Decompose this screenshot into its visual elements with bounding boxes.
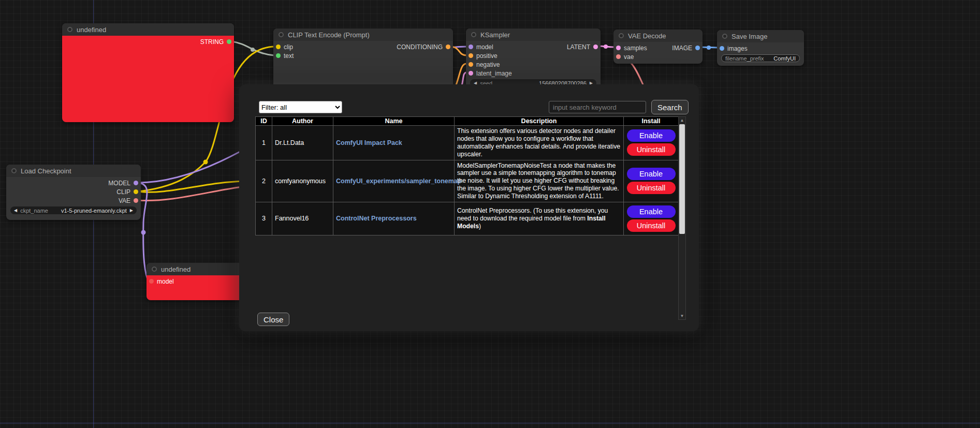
cell-author: comfyanonymous (272, 160, 333, 202)
clip-out-slot-dot[interactable] (134, 189, 138, 194)
model-out-slot-dot[interactable] (134, 181, 138, 185)
latent-slot-dot[interactable] (593, 45, 598, 49)
latent-image-slot-dot[interactable] (469, 71, 473, 76)
clip-slot-dot[interactable] (276, 45, 281, 49)
ckpt-name-label: ckpt_name (20, 208, 48, 214)
extension-link[interactable]: ComfyUI_experiments/sampler_tonemap (336, 178, 461, 185)
collapse-dot-icon[interactable] (67, 27, 72, 32)
cell-install: Enable Uninstall (624, 160, 679, 202)
node-body: samples IMAGE vae (613, 42, 703, 64)
node-load-checkpoint[interactable]: Load Checkpoint MODEL CLIP VAE ◀ ckpt_na… (6, 165, 141, 220)
filter-select[interactable]: Filter: all (259, 101, 342, 113)
close-button[interactable]: Close (257, 313, 289, 326)
search-button[interactable]: Search (651, 100, 689, 114)
image-slot-dot[interactable] (695, 46, 700, 50)
negative-slot-dot[interactable] (469, 62, 473, 67)
filename-prefix-value[interactable]: ComfyUI (773, 55, 796, 62)
extensions-table: ID Author Name Description Install 1 Dr.… (255, 116, 678, 235)
node-title: KSampler (480, 31, 510, 39)
header-install: Install (624, 117, 679, 126)
header-author: Author (272, 117, 333, 126)
input-positive: positive (469, 52, 498, 60)
node-title: Load Checkpoint (21, 167, 71, 175)
input-images: images (720, 45, 748, 52)
cell-name: ComfyUI_experiments/sampler_tonemap (333, 160, 455, 202)
table-header-row: ID Author Name Description Install (256, 117, 679, 126)
output-string: STRING (200, 38, 231, 46)
ckpt-name-value[interactable]: v1-5-pruned-emaonly.ckpt (61, 208, 127, 214)
node-title-bar[interactable]: CLIP Text Encode (Prompt) (273, 28, 453, 41)
output-vae: VAE (119, 197, 138, 204)
node-title: undefined (77, 26, 106, 34)
node-title-bar[interactable]: undefined (62, 23, 234, 36)
input-clip: clip (276, 43, 293, 51)
input-model: model (149, 278, 174, 285)
search-input[interactable] (549, 101, 646, 113)
cell-id: 2 (256, 160, 272, 202)
string-slot-dot[interactable] (227, 39, 231, 44)
ckpt-name-widget[interactable]: ◀ ckpt_name v1-5-pruned-emaonly.ckpt ▶ (10, 206, 137, 214)
model-slot-dot[interactable] (149, 279, 154, 284)
filename-prefix-widget[interactable]: filename_prefix ComfyUI (721, 54, 800, 62)
cell-description: This extension offers various detector n… (455, 126, 624, 160)
collapse-dot-icon[interactable] (471, 32, 476, 37)
model-slot-dot[interactable] (469, 45, 473, 49)
scroll-down-icon[interactable]: ▼ (679, 313, 685, 319)
samples-slot-dot[interactable] (616, 46, 621, 50)
input-latent-image: latent_image (469, 70, 512, 77)
positive-slot-dot[interactable] (469, 53, 473, 58)
enable-button[interactable]: Enable (627, 168, 676, 180)
output-latent: LATENT (567, 43, 598, 51)
cell-author: Fannovel16 (272, 202, 333, 235)
header-description: Description (455, 117, 624, 126)
output-model: MODEL (108, 180, 138, 187)
uninstall-button[interactable]: Uninstall (627, 182, 676, 194)
cell-name: ComfyUI Impact Pack (333, 126, 455, 160)
vae-out-slot-dot[interactable] (134, 198, 138, 203)
extension-link[interactable]: ComfyUI Impact Pack (336, 139, 402, 146)
output-clip: CLIP (116, 188, 138, 196)
table-row: 3 Fannovel16 ControlNet Preprocessors Co… (256, 202, 679, 235)
cell-description: ControlNet Preprocessors. (To use this e… (455, 202, 624, 235)
output-conditioning: CONDITIONING (397, 43, 450, 51)
node-vae-decode[interactable]: VAE Decode samples IMAGE vae (613, 29, 703, 64)
node-body: images filename_prefix ComfyUI (717, 42, 804, 66)
next-arrow-icon[interactable]: ▶ (130, 209, 133, 213)
scrollbar-thumb[interactable] (679, 124, 685, 234)
input-negative: negative (469, 61, 500, 68)
node-undefined-string[interactable]: undefined STRING (62, 23, 234, 122)
images-slot-dot[interactable] (720, 46, 724, 51)
collapse-dot-icon[interactable] (152, 267, 157, 272)
node-title-bar[interactable]: Load Checkpoint (6, 165, 141, 177)
cell-id: 3 (256, 202, 272, 235)
node-title-bar[interactable]: KSampler (466, 28, 601, 41)
enable-button[interactable]: Enable (627, 205, 676, 218)
extension-link[interactable]: ControlNet Preprocessors (336, 215, 417, 222)
enable-button[interactable]: Enable (627, 129, 676, 142)
table-scrollbar[interactable]: ▲ ▼ (678, 116, 686, 320)
node-save-image[interactable]: Save Image images filename_prefix ComfyU… (717, 30, 804, 66)
cell-install: Enable Uninstall (624, 126, 679, 160)
header-name: Name (333, 117, 455, 126)
text-slot-dot[interactable] (276, 53, 281, 58)
uninstall-button[interactable]: Uninstall (627, 219, 676, 232)
uninstall-button[interactable]: Uninstall (627, 143, 676, 156)
node-title: CLIP Text Encode (Prompt) (288, 31, 370, 39)
node-title-bar[interactable]: VAE Decode (613, 29, 703, 42)
cell-author: Dr.Lt.Data (272, 126, 333, 160)
input-samples: samples (616, 45, 647, 52)
collapse-dot-icon[interactable] (722, 34, 727, 39)
node-body: STRING (62, 36, 234, 122)
collapse-dot-icon[interactable] (279, 32, 284, 37)
scroll-up-icon[interactable]: ▲ (679, 117, 685, 124)
collapse-dot-icon[interactable] (11, 168, 17, 173)
node-title: undefined (161, 265, 191, 273)
node-clip-text-encode[interactable]: CLIP Text Encode (Prompt) clip CONDITION… (273, 28, 453, 93)
input-text: text (276, 52, 294, 60)
conditioning-slot-dot[interactable] (446, 45, 450, 49)
input-vae: vae (616, 53, 634, 61)
vae-slot-dot[interactable] (616, 54, 621, 59)
prev-arrow-icon[interactable]: ◀ (14, 209, 17, 213)
node-title-bar[interactable]: Save Image (717, 30, 804, 42)
collapse-dot-icon[interactable] (619, 33, 624, 38)
